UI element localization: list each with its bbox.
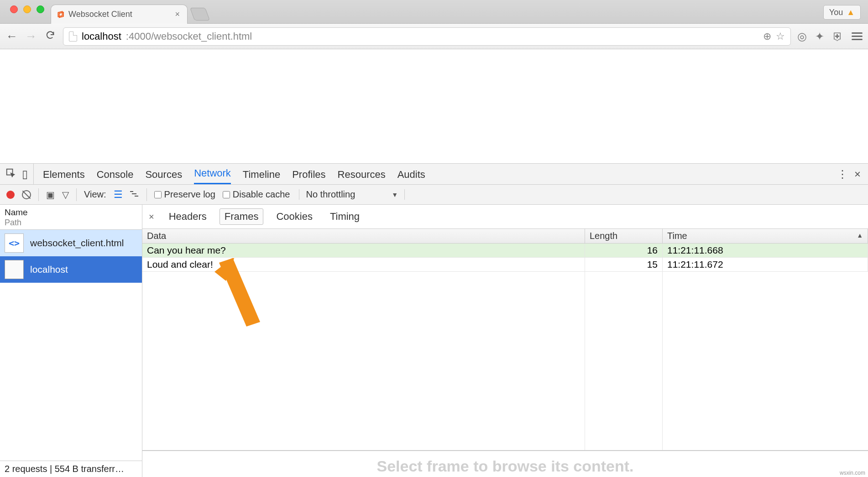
disable-cache-label: Disable cache [233, 189, 290, 200]
network-toolbar: ▣ ▽ View: ☰ Preserve log Disable cache N… [0, 185, 868, 205]
html-file-icon: <> [5, 233, 24, 253]
url-host: localhost [82, 31, 121, 42]
browser-toolbar: ← → localhost:4000/websocket_client.html… [0, 24, 868, 49]
frame-data: Loud and clear! [142, 258, 585, 271]
address-bar[interactable]: localhost:4000/websocket_client.html ⊕ ☆ [63, 27, 791, 46]
tab-close-icon[interactable]: × [175, 10, 180, 19]
warning-icon: ▲ [847, 8, 855, 17]
request-detail-panel: × Headers Frames Cookies Timing Data Len… [142, 205, 868, 477]
filter-icon[interactable]: ▽ [62, 189, 69, 200]
profile-button[interactable]: You ▲ [823, 5, 861, 20]
frame-length: 15 [585, 258, 663, 271]
request-name: websocket_client.html [30, 238, 124, 249]
tab-profiles[interactable]: Profiles [292, 164, 325, 184]
sort-asc-icon: ▲ [857, 232, 863, 239]
requests-panel: Name Path <> websocket_client.html local… [0, 205, 142, 477]
frame-row[interactable]: Loud and clear! 15 11:21:11.672 [142, 258, 868, 272]
throttling-value: No throttling [306, 189, 355, 200]
detail-tab-timing[interactable]: Timing [325, 209, 364, 224]
frame-length: 16 [585, 244, 663, 257]
new-tab-button[interactable] [190, 8, 210, 21]
frame-data: Can you hear me? [142, 244, 585, 257]
screenshot-icon[interactable]: ▣ [46, 189, 55, 200]
reload-button[interactable] [44, 29, 57, 43]
devtools-tabbar: ▯ Elements Console Sources Network Timel… [0, 164, 868, 185]
preserve-log-checkbox[interactable]: Preserve log [154, 189, 215, 200]
tab-network[interactable]: Network [194, 163, 231, 184]
col-length: Length [585, 229, 663, 243]
view-waterfall-icon[interactable] [129, 189, 139, 200]
extension-puzzle-icon[interactable]: ✦ [815, 30, 824, 43]
tab-console[interactable]: Console [97, 164, 134, 184]
window-minimize-icon[interactable] [23, 5, 31, 13]
frame-row[interactable]: Can you hear me? 16 11:21:11.668 [142, 244, 868, 258]
extension-info-icon[interactable]: ◎ [797, 30, 807, 43]
view-list-icon[interactable]: ☰ [114, 189, 122, 201]
zoom-icon[interactable]: ⊕ [763, 31, 771, 42]
view-label: View: [84, 189, 106, 200]
websocket-file-icon [5, 260, 24, 279]
tab-sources[interactable]: Sources [145, 164, 182, 184]
preserve-log-label: Preserve log [164, 189, 215, 200]
window-traffic-lights [4, 0, 51, 23]
page-content [0, 49, 868, 163]
browser-tabstrip: ⧉ Websocket Client × You ▲ [0, 0, 868, 24]
page-file-icon [69, 31, 77, 41]
frame-time: 11:21:11.668 [663, 244, 868, 257]
tab-resources[interactable]: Resources [338, 164, 386, 184]
extension-shield-icon[interactable]: ⛨ [832, 30, 843, 43]
bookmark-star-icon[interactable]: ☆ [776, 31, 785, 42]
devtools-more-icon[interactable]: ⋮ [837, 168, 846, 181]
throttling-select[interactable]: No throttling ▼ [299, 189, 405, 200]
frames-hint: Select frame to browse its content. [142, 451, 868, 477]
menu-icon[interactable] [852, 31, 863, 42]
clear-button[interactable] [22, 190, 31, 199]
url-path: :4000/websocket_client.html [126, 31, 252, 42]
disable-cache-checkbox[interactable]: Disable cache [223, 189, 290, 200]
record-button[interactable] [6, 191, 15, 199]
detail-tab-frames[interactable]: Frames [220, 208, 264, 225]
watermark: wsxin.com [840, 470, 865, 476]
tab-timeline[interactable]: Timeline [243, 164, 280, 184]
col-name: Name [5, 207, 137, 218]
requests-status: 2 requests | 554 B transferr… [0, 461, 142, 477]
frames-header-row[interactable]: Data Length Time ▲ [142, 229, 868, 244]
request-name: localhost [30, 264, 68, 275]
extension-icons: ◎ ✦ ⛨ [797, 30, 863, 43]
frames-empty-area [142, 272, 868, 451]
devtools-close-icon[interactable]: × [854, 168, 861, 181]
window-zoom-icon[interactable] [37, 5, 44, 13]
inspect-element-icon[interactable] [5, 168, 16, 180]
devtools-panel: ▯ Elements Console Sources Network Timel… [0, 163, 868, 477]
detail-close-icon[interactable]: × [149, 212, 154, 222]
detail-tab-headers[interactable]: Headers [164, 209, 211, 224]
chevron-down-icon: ▼ [392, 191, 398, 198]
browser-tab[interactable]: ⧉ Websocket Client × [51, 5, 188, 24]
device-toggle-icon[interactable]: ▯ [22, 168, 28, 181]
tab-favicon-icon: ⧉ [58, 8, 64, 21]
request-row[interactable]: localhost [0, 256, 142, 283]
tab-audits[interactable]: Audits [397, 164, 425, 184]
window-close-icon[interactable] [10, 5, 18, 13]
col-path: Path [5, 218, 137, 228]
forward-button[interactable]: → [25, 29, 37, 43]
requests-header[interactable]: Name Path [0, 205, 142, 230]
tab-elements[interactable]: Elements [43, 164, 85, 184]
detail-tab-cookies[interactable]: Cookies [272, 209, 317, 224]
back-button[interactable]: ← [5, 29, 18, 43]
col-time: Time ▲ [663, 229, 868, 243]
profile-label: You [829, 8, 843, 17]
col-data: Data [142, 229, 585, 243]
frame-time: 11:21:11.672 [663, 258, 868, 271]
tab-title: Websocket Client [68, 10, 170, 19]
request-row[interactable]: <> websocket_client.html [0, 230, 142, 256]
